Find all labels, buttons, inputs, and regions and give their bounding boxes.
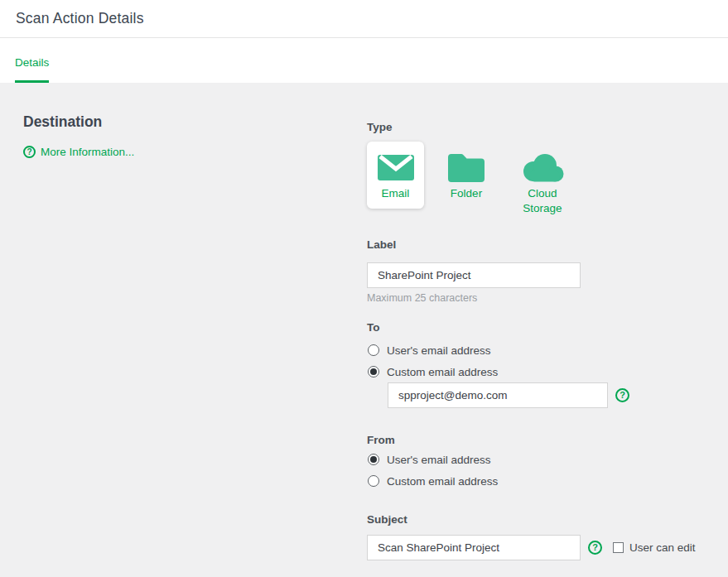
to-help-icon[interactable]: ? (615, 388, 629, 402)
scan-action-form: Destination ? More Information... Type E… (0, 83, 728, 577)
to-custom-email-label: Custom email address (387, 366, 498, 378)
from-custom-email-label: Custom email address (387, 475, 498, 488)
to-section: To User's email address Custom email add… (367, 320, 629, 408)
destination-heading: Destination (23, 113, 102, 131)
label-input[interactable] (367, 262, 581, 288)
tab-bar: Details (0, 38, 728, 83)
page-title: Scan Action Details (16, 10, 144, 27)
page-header: Scan Action Details (0, 0, 728, 38)
type-options: Email Folder (367, 142, 576, 216)
envelope-icon (378, 152, 414, 182)
user-can-edit-label: User can edit (629, 541, 696, 554)
to-users-email-radio[interactable] (368, 344, 379, 356)
to-custom-email-input[interactable] (388, 382, 608, 408)
from-label: From (367, 432, 498, 449)
from-users-email-radio[interactable] (368, 454, 379, 465)
label-hint: Maximum 25 characters (367, 292, 581, 304)
user-can-edit-option[interactable]: User can edit (613, 541, 696, 554)
label-field-label: Label (367, 237, 581, 253)
tab-details[interactable]: Details (15, 38, 49, 83)
type-option-folder-label: Folder (451, 186, 482, 201)
from-option-users-email[interactable]: User's email address (367, 451, 498, 468)
type-option-folder[interactable]: Folder (437, 142, 495, 201)
user-can-edit-checkbox[interactable] (613, 542, 624, 553)
type-option-cloud-storage-label: Cloud Storage (509, 186, 576, 216)
subject-input[interactable] (367, 535, 581, 560)
subject-label: Subject (367, 512, 696, 528)
label-section: Label Maximum 25 characters (367, 237, 581, 304)
type-label: Type (367, 119, 576, 136)
from-custom-email-radio[interactable] (368, 475, 379, 487)
from-section: From User's email address Custom email a… (367, 432, 498, 489)
to-custom-email-row: ? (388, 382, 629, 408)
type-section: Type Email Folder (367, 119, 576, 216)
subject-row: ? User can edit (367, 535, 696, 560)
type-option-cloud-storage[interactable]: Cloud Storage (509, 142, 576, 216)
to-option-custom-email[interactable]: Custom email address (367, 363, 629, 380)
to-option-users-email[interactable]: User's email address (367, 342, 629, 358)
subject-section: Subject ? User can edit (367, 512, 696, 560)
tab-details-label: Details (15, 56, 49, 69)
cloud-icon (519, 152, 566, 182)
type-option-email-label: Email (382, 186, 410, 201)
to-label: To (367, 320, 629, 336)
from-option-custom-email[interactable]: Custom email address (367, 473, 498, 489)
folder-icon (448, 152, 485, 182)
subject-help-icon[interactable]: ? (588, 541, 602, 555)
to-custom-email-radio[interactable] (368, 366, 379, 377)
help-icon: ? (23, 146, 36, 158)
more-information-link[interactable]: ? More Information... (23, 146, 134, 158)
to-users-email-label: User's email address (387, 344, 491, 357)
type-option-email[interactable]: Email (367, 142, 424, 209)
more-information-label: More Information... (41, 146, 134, 158)
from-users-email-label: User's email address (387, 454, 491, 466)
